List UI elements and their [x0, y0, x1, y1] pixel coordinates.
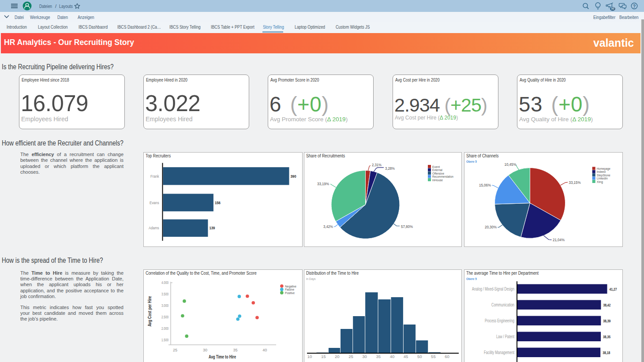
svg-text:Facility Management: Facility Management: [484, 350, 514, 355]
svg-text:40: 40: [262, 348, 267, 352]
svg-text:3,42%: 3,42%: [323, 224, 333, 229]
svg-text:Process Engineering: Process Engineering: [485, 318, 514, 323]
svg-text:Evans: Evans: [150, 200, 159, 205]
svg-text:10,45%: 10,45%: [505, 162, 517, 167]
svg-text:1.500: 1.500: [161, 338, 168, 342]
svg-text:33,19%: 33,19%: [317, 182, 329, 186]
svg-text:Adams: Adams: [149, 225, 159, 230]
svg-text:38,18: 38,18: [603, 351, 610, 355]
svg-text:Dateien: Dateien: [39, 4, 52, 9]
svg-text:2.000: 2.000: [161, 326, 168, 331]
svg-text:20,30%: 20,30%: [485, 225, 497, 229]
svg-text:38,42: 38,42: [603, 303, 610, 307]
svg-text:57,80%: 57,80%: [401, 224, 413, 229]
svg-text:Layouts: Layouts: [59, 4, 73, 9]
svg-text:55: 55: [431, 354, 436, 359]
svg-text:Analog / Mixed-Signal Design: Analog / Mixed-Signal Design: [472, 287, 514, 291]
svg-text:valantic: valantic: [593, 36, 634, 49]
svg-text:20: 20: [335, 354, 340, 359]
svg-text:25: 25: [173, 348, 177, 352]
svg-text:Communication: Communication: [491, 302, 514, 307]
svg-text:35: 35: [233, 348, 237, 352]
svg-text:390: 390: [291, 174, 296, 179]
svg-text:45: 45: [404, 354, 408, 359]
svg-text:60: 60: [445, 354, 449, 359]
svg-text:3,28%: 3,28%: [385, 166, 395, 171]
svg-text:15,06%: 15,06%: [479, 183, 491, 187]
svg-text:21,04%: 21,04%: [553, 238, 565, 242]
svg-text:50: 50: [611, 7, 614, 10]
svg-text:Xing: Xing: [597, 180, 603, 184]
svg-text:/: /: [55, 4, 57, 9]
svg-text:156: 156: [215, 201, 221, 205]
svg-text:Positive: Positive: [285, 291, 295, 295]
svg-text:4.000: 4.000: [161, 280, 168, 285]
svg-text:Avg Cost per Hire: Avg Cost per Hire: [147, 296, 152, 326]
svg-text:50: 50: [417, 354, 422, 359]
svg-text:30: 30: [362, 354, 367, 359]
svg-text:33,15%: 33,15%: [569, 180, 581, 185]
svg-text:Law / Patent: Law / Patent: [496, 334, 514, 339]
svg-text:Avg Time to Hire: Avg Time to Hire: [209, 355, 236, 359]
svg-text:35: 35: [376, 354, 381, 359]
svg-text:Frank: Frank: [150, 174, 159, 179]
svg-text:38,39: 38,39: [603, 319, 610, 323]
svg-text:139: 139: [209, 226, 215, 230]
svg-text:38,35: 38,35: [603, 335, 610, 339]
svg-text:41,27: 41,27: [610, 287, 617, 291]
svg-text:30: 30: [203, 348, 207, 352]
svg-text:10: 10: [307, 354, 312, 359]
svg-text:25: 25: [348, 354, 353, 359]
svg-text:3.500: 3.500: [161, 292, 168, 296]
svg-text:inHouse: inHouse: [432, 178, 443, 182]
svg-text:40: 40: [390, 354, 395, 359]
svg-text:2,31%: 2,31%: [372, 163, 382, 167]
svg-text:15: 15: [321, 354, 326, 359]
svg-text:3.000: 3.000: [161, 303, 168, 308]
svg-text:?: ?: [633, 4, 636, 9]
svg-text:2.500: 2.500: [161, 315, 168, 319]
